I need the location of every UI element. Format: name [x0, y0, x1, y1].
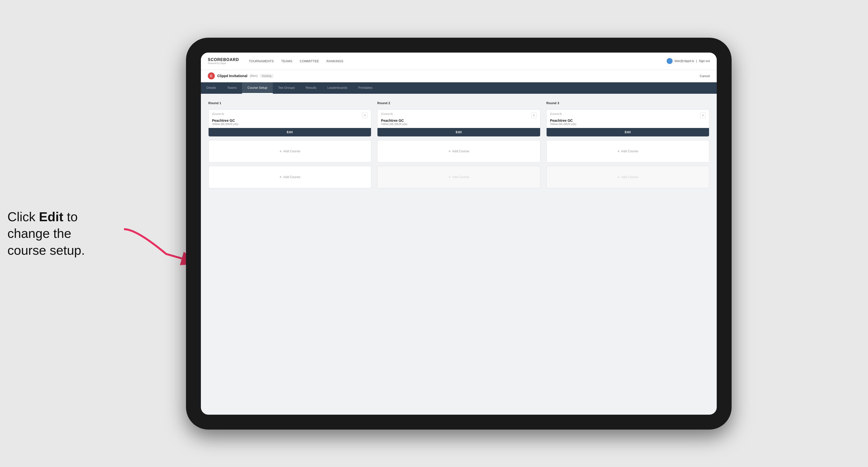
- round-1-add-course-2[interactable]: + Add Course: [208, 166, 371, 188]
- round-2-add-course-2: + Add Course: [377, 166, 540, 188]
- separator: |: [696, 59, 697, 63]
- round-3-plus-icon-1: +: [617, 149, 620, 154]
- round-2-delete-button[interactable]: ×: [531, 113, 537, 118]
- round-2-course-name: Peachtree GC: [377, 118, 540, 123]
- tab-leaderboards[interactable]: Leaderboards: [322, 82, 353, 94]
- tournament-gender: (Men): [250, 74, 257, 77]
- round-3-add-course-2: + Add Course: [546, 166, 709, 188]
- user-avatar: [666, 58, 673, 64]
- round-1-add-course-label-2: Add Course: [283, 175, 300, 179]
- tab-tee-groups[interactable]: Tee Groups: [273, 82, 300, 94]
- user-area: blair@clippd.io | Sign out: [666, 58, 710, 64]
- tablet-screen: SCOREBOARD Powered by clippd TOURNAMENTS…: [201, 53, 717, 415]
- round-2-add-course-1[interactable]: + Add Course: [377, 140, 540, 162]
- sub-header: C Clippd Invitational (Men) Hosting Canc…: [201, 70, 717, 82]
- tablet-device: SCOREBOARD Powered by clippd TOURNAMENTS…: [186, 38, 732, 430]
- round-3-add-course-label-2: Add Course: [621, 175, 638, 179]
- top-navigation: SCOREBOARD Powered by clippd TOURNAMENTS…: [201, 53, 717, 70]
- round-1-course-card: (Course A) × Peachtree GC Yellow (M) (66…: [208, 110, 371, 137]
- round-1-column: Round 1 (Course A) × Peachtree GC Yellow…: [208, 101, 371, 188]
- round-1-course-label: (Course A): [212, 113, 224, 115]
- tournament-name: Clippd Invitational: [217, 74, 247, 78]
- round-2-add-course-label-2: Add Course: [452, 175, 469, 179]
- user-email: blair@clippd.io: [675, 59, 694, 63]
- hosting-badge: Hosting: [260, 74, 273, 78]
- tab-results[interactable]: Results: [300, 82, 322, 94]
- round-3-edit-button[interactable]: Edit: [547, 128, 709, 136]
- main-content: Round 1 (Course A) × Peachtree GC Yellow…: [201, 94, 717, 415]
- round-1-edit-button[interactable]: Edit: [209, 128, 371, 136]
- tabs-bar: Details Teams Course Setup Tee Groups Re…: [201, 82, 717, 94]
- tab-details[interactable]: Details: [201, 82, 222, 94]
- round-3-course-label: (Course A): [550, 113, 562, 115]
- round-3-title: Round 3: [546, 101, 709, 105]
- nav-teams[interactable]: TEAMS: [281, 58, 292, 64]
- tab-teams[interactable]: Teams: [222, 82, 242, 94]
- nav-tournaments[interactable]: TOURNAMENTS: [249, 58, 274, 64]
- round-2-column: Round 2 (Course A) × Peachtree GC Yellow…: [377, 101, 540, 188]
- round-1-course-name: Peachtree GC: [209, 118, 371, 123]
- round-2-course-details: Yellow (M) (6629 yds): [377, 123, 540, 128]
- round-3-add-course-1[interactable]: + Add Course: [546, 140, 709, 162]
- sign-out-link[interactable]: Sign out: [699, 59, 710, 63]
- tab-printables[interactable]: Printables: [353, 82, 378, 94]
- tournament-logo: C: [208, 72, 215, 80]
- round-3-column: Round 3 (Course A) × Peachtree GC Yellow…: [546, 101, 709, 188]
- cancel-button[interactable]: Cancel: [700, 74, 710, 78]
- round-1-add-course-label-1: Add Course: [283, 149, 300, 153]
- round-3-course-card: (Course A) × Peachtree GC Yellow (M) (66…: [546, 110, 709, 137]
- round-3-delete-button[interactable]: ×: [700, 113, 706, 118]
- round-2-course-header: (Course A) ×: [377, 110, 540, 118]
- round-3-course-details: Yellow (M) (6629 yds): [547, 123, 709, 128]
- round-2-plus-icon-1: +: [448, 149, 451, 154]
- round-2-course-label: (Course A): [381, 113, 393, 115]
- round-1-title: Round 1: [208, 101, 371, 105]
- logo-title: SCOREBOARD: [208, 58, 239, 62]
- round-2-title: Round 2: [377, 101, 540, 105]
- round-1-delete-button[interactable]: ×: [362, 113, 368, 118]
- round-3-course-name: Peachtree GC: [547, 118, 709, 123]
- round-1-plus-icon-1: +: [279, 149, 282, 154]
- round-2-edit-button[interactable]: Edit: [377, 128, 540, 136]
- instruction-text: Click Edit tochange thecourse setup.: [7, 208, 136, 259]
- tab-course-setup[interactable]: Course Setup: [242, 82, 273, 94]
- round-1-course-details: Yellow (M) (6629 yds): [209, 123, 371, 128]
- round-3-plus-icon-2: +: [617, 175, 620, 179]
- round-3-add-course-label-1: Add Course: [621, 149, 638, 153]
- round-1-course-header: (Course A) ×: [209, 110, 371, 118]
- round-1-plus-icon-2: +: [279, 175, 282, 179]
- rounds-grid: Round 1 (Course A) × Peachtree GC Yellow…: [208, 101, 709, 188]
- round-1-add-course-1[interactable]: + Add Course: [208, 140, 371, 162]
- round-2-add-course-label-1: Add Course: [452, 149, 469, 153]
- tournament-info: C Clippd Invitational (Men) Hosting: [208, 72, 273, 80]
- logo-area: SCOREBOARD Powered by clippd: [208, 58, 239, 64]
- round-2-course-card: (Course A) × Peachtree GC Yellow (M) (66…: [377, 110, 540, 137]
- nav-rankings[interactable]: RANKINGS: [327, 58, 343, 64]
- round-3-course-header: (Course A) ×: [547, 110, 709, 118]
- logo-subtitle: Powered by clippd: [208, 62, 239, 64]
- round-2-plus-icon-2: +: [448, 175, 451, 179]
- nav-committee[interactable]: COMMITTEE: [300, 58, 319, 64]
- nav-links: TOURNAMENTS TEAMS COMMITTEE RANKINGS: [249, 58, 666, 64]
